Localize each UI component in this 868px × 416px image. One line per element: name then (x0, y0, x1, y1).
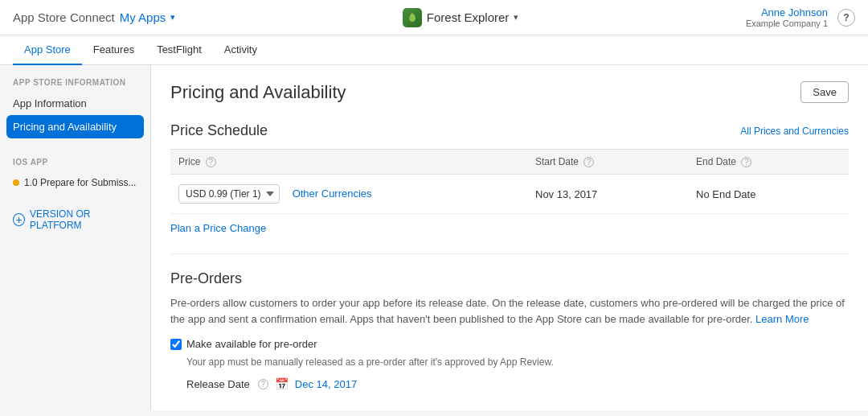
app-name: Forest Explorer (427, 10, 510, 24)
release-date-row: Release Date ? 📅 Dec 14, 2017 (186, 377, 849, 390)
price-cell: USD 0.99 (Tier 1) Other Currencies (170, 175, 527, 214)
main-content: Pricing and Availability Save Price Sche… (151, 65, 868, 410)
col-price: Price ? (170, 150, 527, 175)
plan-price-change-link[interactable]: Plan a Price Change (170, 222, 266, 234)
preorders-description: Pre-orders allow customers to order your… (170, 295, 849, 327)
app-caret-icon: ▾ (514, 12, 518, 23)
sidebar-divider (0, 138, 150, 151)
my-apps-caret-icon: ▾ (170, 12, 175, 23)
sidebar-item-app-information[interactable]: App Information (0, 92, 150, 115)
page-title: Pricing and Availability (170, 82, 346, 103)
page-header: Pricing and Availability Save (170, 81, 849, 103)
end-date-help-icon[interactable]: ? (741, 157, 751, 167)
price-row: USD 0.99 (Tier 1) Other Currencies Nov 1… (170, 175, 849, 214)
release-date-label: Release Date (186, 378, 250, 390)
preorders-section: Pre-Orders Pre-orders allow customers to… (170, 253, 849, 390)
preorders-title: Pre-Orders (170, 270, 849, 287)
sidebar-item-ios-version[interactable]: 1.0 Prepare for Submiss... (0, 171, 150, 194)
top-nav-right: Anne Johnson Example Company 1 ? (746, 6, 855, 28)
sidebar-section-ios-app: IOS APP (0, 158, 150, 171)
help-button[interactable]: ? (837, 9, 855, 27)
sidebar-section-app-store-info: APP STORE INFORMATION (0, 78, 150, 92)
price-schedule-section: Price Schedule All Prices and Currencies… (170, 122, 849, 234)
tab-activity[interactable]: Activity (213, 35, 268, 65)
release-date-value[interactable]: Dec 14, 2017 (295, 378, 357, 390)
release-date-help-icon[interactable]: ? (258, 379, 268, 389)
ios-status-dot (13, 179, 19, 186)
preorder-checkbox-row: Make available for pre-order (170, 338, 849, 350)
tab-features[interactable]: Features (82, 35, 145, 65)
end-date-cell: No End Date (688, 175, 849, 214)
preorder-checkbox[interactable] (170, 339, 182, 350)
add-version-icon: + (13, 213, 25, 226)
version-platform-label: VERSION OR PLATFORM (30, 208, 137, 231)
my-apps-link[interactable]: My Apps (120, 10, 166, 24)
tab-testflight[interactable]: TestFlight (145, 35, 213, 65)
tab-app-store[interactable]: App Store (13, 35, 82, 65)
start-date-help-icon[interactable]: ? (583, 157, 594, 167)
sidebar-add-version[interactable]: + VERSION OR PLATFORM (0, 200, 150, 239)
top-nav-left: App Store Connect My Apps ▾ (13, 10, 175, 24)
user-company: Example Company 1 (746, 19, 828, 28)
tab-bar: App Store Features TestFlight Activity (0, 35, 868, 65)
price-schedule-header: Price Schedule All Prices and Currencies (170, 122, 849, 139)
ios-item-label: 1.0 Prepare for Submiss... (24, 177, 136, 188)
price-table: Price ? Start Date ? End Date ? (170, 149, 849, 214)
sidebar-item-pricing-availability[interactable]: Pricing and Availability (6, 115, 144, 138)
user-info[interactable]: Anne Johnson Example Company 1 (746, 6, 828, 28)
brand-text: App Store Connect (13, 10, 115, 24)
calendar-icon: 📅 (275, 377, 289, 390)
col-start-date: Start Date ? (527, 150, 688, 175)
app-icon (403, 8, 422, 27)
main-layout: APP STORE INFORMATION App Information Pr… (0, 65, 868, 410)
other-currencies-link[interactable]: Other Currencies (293, 187, 372, 200)
content-inner: Pricing and Availability Save Price Sche… (151, 65, 868, 406)
app-selector[interactable]: Forest Explorer ▾ (403, 8, 519, 27)
save-button[interactable]: Save (800, 81, 849, 103)
col-end-date: End Date ? (688, 150, 849, 175)
user-name[interactable]: Anne Johnson (746, 6, 828, 19)
start-date-cell: Nov 13, 2017 (527, 175, 688, 214)
top-nav: App Store Connect My Apps ▾ Forest Explo… (0, 0, 868, 35)
all-prices-link[interactable]: All Prices and Currencies (740, 126, 849, 137)
sidebar: APP STORE INFORMATION App Information Pr… (0, 65, 151, 410)
price-tier-select[interactable]: USD 0.99 (Tier 1) (178, 184, 280, 204)
price-help-icon[interactable]: ? (206, 157, 216, 167)
preorder-checkbox-label[interactable]: Make available for pre-order (186, 338, 317, 350)
preorder-note: Your app must be manually released as a … (186, 356, 849, 368)
price-schedule-title: Price Schedule (170, 122, 268, 139)
learn-more-link[interactable]: Learn More (755, 313, 809, 325)
